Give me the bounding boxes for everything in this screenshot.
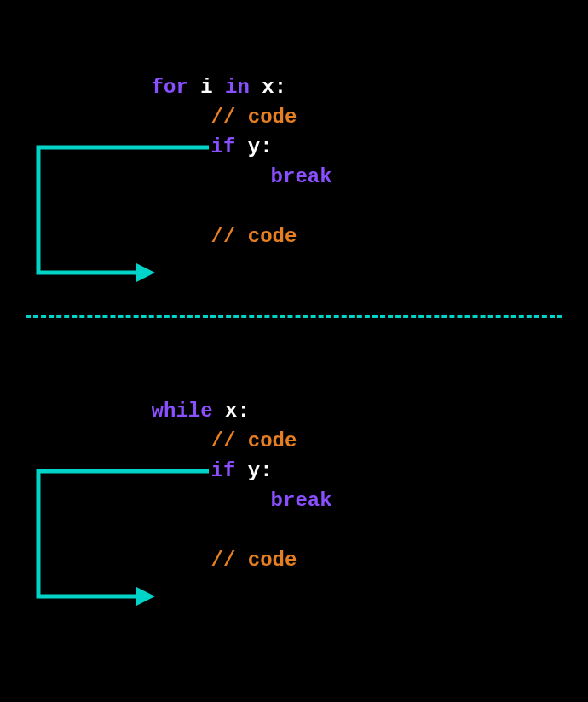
blank-line (0, 486, 588, 515)
if-line: if y: (0, 426, 588, 456)
while-line: while x: (0, 366, 588, 396)
if-line: if y: (0, 102, 588, 132)
divider-line (26, 315, 562, 318)
code-comment-line: // code (0, 396, 588, 426)
while-loop-block: while x: // code if y: break // code (0, 366, 588, 545)
code-comment-line: // code (0, 515, 588, 545)
for-loop-block: for i in x: // code if y: break // code (0, 43, 588, 222)
break-line: break (0, 456, 588, 486)
code-comment-line: // code (0, 192, 588, 222)
code-comment-line: // code (0, 72, 588, 102)
blank-line (0, 162, 588, 192)
break-line: break (0, 132, 588, 162)
comment-text: // code (211, 549, 297, 572)
svg-marker-1 (136, 587, 155, 606)
svg-marker-0 (136, 263, 155, 282)
comment-text: // code (211, 225, 297, 248)
for-line: for i in x: (0, 43, 588, 72)
